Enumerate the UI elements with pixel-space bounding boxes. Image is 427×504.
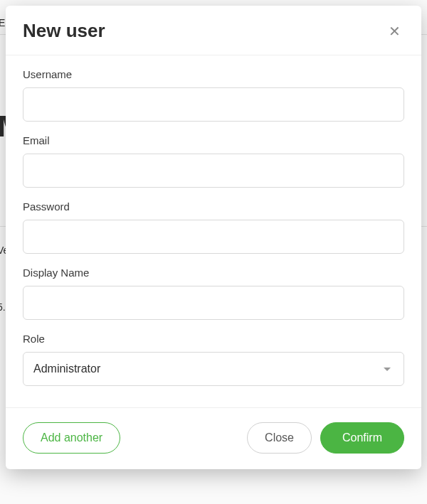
field-username: Username bbox=[23, 68, 404, 122]
email-input[interactable] bbox=[23, 154, 404, 188]
password-label: Password bbox=[23, 200, 404, 213]
username-input[interactable] bbox=[23, 87, 404, 122]
role-label: Role bbox=[23, 333, 404, 345]
modal-header: New user ✕ bbox=[6, 6, 421, 55]
modal-footer: Add another Close Confirm bbox=[6, 407, 421, 469]
role-selected-value: Administrator bbox=[33, 363, 100, 375]
modal-body: Username Email Password Display Name Rol… bbox=[6, 55, 421, 407]
password-input[interactable] bbox=[23, 220, 404, 254]
field-password: Password bbox=[23, 200, 404, 254]
close-icon[interactable]: ✕ bbox=[384, 21, 404, 41]
field-role: Role Administrator bbox=[23, 333, 404, 386]
modal-title: New user bbox=[23, 20, 105, 42]
modal-overlay: New user ✕ Username Email Password Displ… bbox=[0, 0, 427, 504]
new-user-modal: New user ✕ Username Email Password Displ… bbox=[6, 6, 421, 469]
role-select[interactable]: Administrator bbox=[23, 352, 404, 386]
field-display-name: Display Name bbox=[23, 267, 404, 320]
field-email: Email bbox=[23, 134, 404, 188]
username-label: Username bbox=[23, 68, 404, 80]
display-name-label: Display Name bbox=[23, 267, 404, 279]
email-label: Email bbox=[23, 134, 404, 146]
chevron-down-icon bbox=[384, 368, 391, 371]
add-another-button[interactable]: Add another bbox=[23, 422, 120, 454]
close-button[interactable]: Close bbox=[247, 422, 312, 454]
display-name-input[interactable] bbox=[23, 286, 404, 320]
confirm-button[interactable]: Confirm bbox=[320, 422, 404, 454]
